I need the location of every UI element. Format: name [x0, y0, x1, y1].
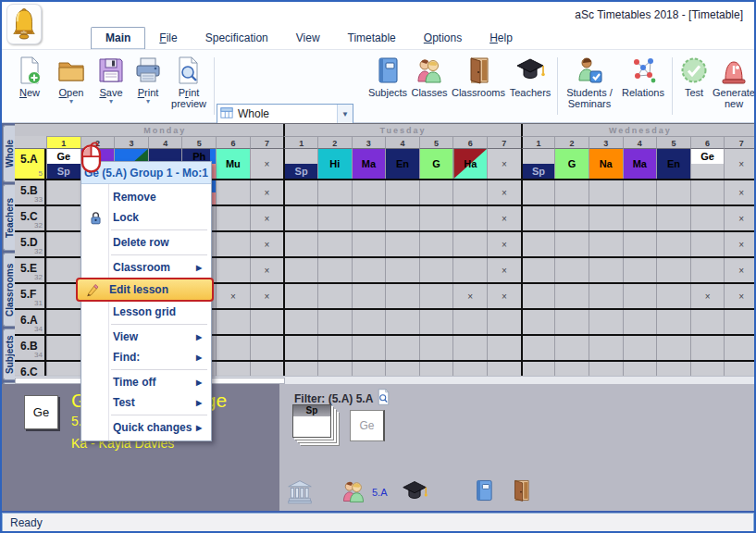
timetable-cell-6.B-d3-p4[interactable]	[623, 336, 657, 360]
timetable-cell-5.A-d3-p7[interactable]: ×	[724, 149, 756, 179]
menu-timetable[interactable]: Timetable	[334, 28, 410, 49]
book-icon[interactable]	[472, 478, 496, 506]
timetable-cell-5.E-d3-p6[interactable]	[690, 258, 725, 282]
period-header-3-7[interactable]: 7	[724, 136, 756, 149]
timetable-cell-5.F-d3-p3[interactable]	[589, 284, 623, 308]
timetable-cell-5.F-d3-p5[interactable]	[656, 284, 690, 308]
timetable-cell-6.C-d2-p2[interactable]	[317, 362, 352, 376]
timetable-cell-5.B-d2-p6[interactable]	[452, 180, 487, 205]
timetable-cell-5.F-d2-p6[interactable]: ×	[452, 284, 487, 308]
timetable-cell-5.B-d2-p1[interactable]	[283, 180, 317, 205]
menu-help[interactable]: Help	[476, 28, 527, 49]
timetable-cell-6.B-d3-p3[interactable]	[589, 336, 623, 360]
unplaced-card[interactable]: Ge	[350, 410, 385, 441]
save-button[interactable]: Save▾	[93, 56, 130, 105]
timetable-cell-5.B-d2-p4[interactable]	[385, 180, 419, 205]
timetable-cell-6.A-d2-p6[interactable]	[452, 310, 487, 334]
timetable-cell-5.E-d2-p7[interactable]: ×	[487, 258, 521, 282]
timetable-cell-5.A-d3-p6[interactable]: Ge	[690, 149, 725, 179]
timetable-cell-5.B-d3-p7[interactable]: ×	[724, 180, 756, 205]
row-label-5.E[interactable]: 5.E32	[15, 258, 46, 282]
timetable-cell-5.D-d3-p7[interactable]: ×	[724, 232, 756, 256]
timetable-cell-6.B-d3-p5[interactable]	[656, 336, 690, 360]
timetable-cell-5.D-d2-p7[interactable]: ×	[487, 232, 521, 256]
timetable-cell-5.E-d2-p1[interactable]	[283, 258, 317, 282]
menu-item-quick-changes[interactable]: Quick changes▶	[81, 417, 211, 438]
timetable-cell-5.E-d1-p7[interactable]: ×	[250, 258, 284, 282]
timetable-cell-5.C-d2-p1[interactable]	[283, 206, 317, 230]
timetable-cell-5.A-d3-p3[interactable]: Na	[589, 149, 623, 179]
timetable-cell-6.C-d1-p6[interactable]	[216, 362, 250, 376]
timetable-cell-5.C-d2-p6[interactable]	[452, 206, 487, 230]
row-label-5.C[interactable]: 5.C32	[15, 206, 46, 230]
timetable-cell-5.A-d3-p1[interactable]: Sp	[521, 149, 555, 179]
timetable-cell-5.E-d3-p3[interactable]	[589, 258, 623, 282]
timetable-cell-6.B-d2-p6[interactable]	[452, 336, 487, 360]
timetable-cell-6.A-d2-p1[interactable]	[283, 310, 317, 334]
timetable-cell-5.B-d2-p2[interactable]	[317, 180, 352, 205]
period-header-3-4[interactable]: 4	[623, 136, 657, 149]
timetable-cell-5.A-d1-p1[interactable]: GeSp	[46, 149, 81, 179]
row-label-6.B[interactable]: 6.B34	[15, 336, 46, 360]
timetable-cell-5.C-d1-p1[interactable]	[46, 206, 81, 230]
timetable-cell-5.C-d3-p3[interactable]	[589, 206, 623, 230]
timetable-cell-5.A-d3-p2[interactable]: G	[554, 149, 589, 179]
door-icon[interactable]	[509, 478, 533, 506]
timetable-cell-5.A-d3-p5[interactable]: En	[656, 149, 690, 179]
timetable-cell-5.C-d3-p6[interactable]	[690, 206, 725, 230]
timetable-cell-6.A-d3-p7[interactable]	[724, 310, 756, 334]
timetable-cell-5.A-d2-p7[interactable]: ×	[487, 149, 521, 179]
menu-item-delete-row[interactable]: Delete row	[81, 232, 211, 253]
menu-item-view[interactable]: View▶	[81, 327, 211, 347]
timetable-cell-5.D-d2-p4[interactable]	[385, 232, 419, 256]
timetable-cell-5.D-d2-p2[interactable]	[317, 232, 352, 256]
menu-specification[interactable]: Specification	[192, 28, 282, 49]
period-header-2-7[interactable]: 7	[487, 136, 521, 149]
timetable-cell-6.B-d1-p7[interactable]	[250, 336, 284, 360]
subjects-button[interactable]: Subjects	[366, 56, 409, 98]
period-header-3-5[interactable]: 5	[656, 136, 690, 149]
timetable-cell-5.C-d3-p5[interactable]	[656, 206, 690, 230]
timetable-cell-5.F-d3-p7[interactable]: ×	[724, 284, 756, 308]
timetable-cell-5.F-d3-p1[interactable]	[521, 284, 555, 308]
timetable-cell-5.F-d3-p4[interactable]	[623, 284, 657, 308]
timetable-cell-5.E-d2-p2[interactable]	[317, 258, 352, 282]
period-header-3-2[interactable]: 2	[554, 136, 589, 149]
timetable-cell-5.A-d2-p5[interactable]: G	[419, 149, 453, 179]
timetable-cell-6.B-d3-p7[interactable]	[724, 336, 756, 360]
timetable-cell-6.C-d3-p7[interactable]	[724, 362, 756, 376]
timetable-cell-5.B-d3-p4[interactable]	[623, 180, 657, 205]
timetable-cell-5.B-d3-p6[interactable]	[690, 180, 725, 205]
timetable-cell-5.D-d3-p5[interactable]	[656, 232, 690, 256]
generate-new-button[interactable]: Generate new	[711, 56, 756, 109]
classes-icon[interactable]	[341, 478, 366, 508]
relations-button[interactable]: Relations	[618, 56, 668, 98]
timetable-cell-5.F-d2-p4[interactable]	[385, 284, 419, 308]
period-header-2-5[interactable]: 5	[419, 136, 453, 149]
classes-button[interactable]: Classes	[409, 56, 450, 98]
timetable-cell-5.F-d3-p2[interactable]	[554, 284, 589, 308]
timetable-cell-6.B-d2-p3[interactable]	[352, 336, 386, 360]
timetable-cell-6.A-d3-p4[interactable]	[623, 310, 657, 334]
timetable-cell-5.A-d2-p4[interactable]: En	[385, 149, 419, 179]
timetable-cell-5.C-d1-p7[interactable]: ×	[250, 206, 284, 230]
lesson-card[interactable]: Ge	[24, 395, 58, 429]
menu-view[interactable]: View	[282, 28, 334, 49]
timetable-cell-5.B-d1-p1[interactable]	[46, 180, 81, 205]
timetable-cell-5.E-d2-p3[interactable]	[352, 258, 386, 282]
timetable-cell-6.B-d2-p4[interactable]	[385, 336, 419, 360]
timetable-cell-5.D-d2-p3[interactable]	[352, 232, 386, 256]
timetable-cell-6.C-d2-p3[interactable]	[352, 362, 386, 376]
app-logo-bell-icon[interactable]	[6, 4, 42, 44]
timetable-cell-5.E-d3-p1[interactable]	[521, 258, 555, 282]
period-header-2-6[interactable]: 6	[452, 136, 487, 149]
timetable-cell-6.C-d3-p6[interactable]	[690, 362, 725, 376]
timetable-cell-6.A-d2-p4[interactable]	[385, 310, 419, 334]
timetable-cell-5.E-d3-p2[interactable]	[554, 258, 589, 282]
period-header-1-3[interactable]: 3	[114, 136, 148, 149]
new-button[interactable]: New	[11, 56, 48, 98]
menu-item-lesson-grid[interactable]: Lesson grid	[81, 302, 211, 322]
timetable-cell-6.C-d2-p7[interactable]	[487, 362, 521, 376]
tab-whole[interactable]: Whole	[3, 125, 15, 182]
timetable-cell-6.C-d2-p5[interactable]	[419, 362, 453, 376]
